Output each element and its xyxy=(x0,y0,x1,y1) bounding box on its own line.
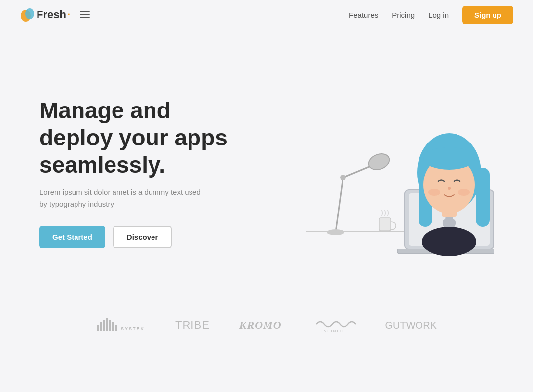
tribe-logo: tribe xyxy=(175,319,210,332)
navbar: Fresh· Features Pricing Log in Sign up xyxy=(0,0,533,30)
logo[interactable]: Fresh· xyxy=(20,7,70,23)
hero-subtitle: Lorem ipsum sit dolor amet is a dummy te… xyxy=(39,186,207,210)
svg-point-1 xyxy=(25,8,34,19)
svg-rect-26 xyxy=(109,320,111,331)
tribe-label: tribe xyxy=(175,319,210,331)
svg-rect-27 xyxy=(112,322,114,331)
svg-rect-22 xyxy=(97,325,99,331)
nav-features[interactable]: Features xyxy=(349,11,378,19)
discover-button[interactable]: Discover xyxy=(113,226,172,248)
get-started-button[interactable]: Get Started xyxy=(39,226,105,248)
svg-point-18 xyxy=(448,187,451,190)
nav-right: Features Pricing Log in Sign up xyxy=(349,6,513,24)
kromo-label: Kromo xyxy=(239,319,282,331)
svg-point-5 xyxy=(366,151,392,172)
gutwork-logo: Gutwork xyxy=(385,320,437,331)
logo-text: Fresh xyxy=(37,8,66,21)
logo-dot: · xyxy=(67,8,70,21)
infinite-logo: INFINITE xyxy=(311,316,356,335)
svg-point-7 xyxy=(340,175,346,180)
nav-left: Fresh· xyxy=(20,7,92,23)
svg-rect-28 xyxy=(115,325,117,331)
svg-rect-8 xyxy=(379,218,391,231)
hero-title: Manage and deploy your apps seamlessly. xyxy=(39,97,247,179)
hero-illustration xyxy=(266,89,494,256)
hero-buttons: Get Started Discover xyxy=(39,226,247,248)
svg-line-4 xyxy=(343,165,373,178)
illustration-svg xyxy=(266,89,494,256)
svg-point-16 xyxy=(422,227,476,256)
svg-line-3 xyxy=(336,178,343,232)
systek-logo: SYSTEK xyxy=(96,316,146,335)
hero-section: Manage and deploy your apps seamlessly. … xyxy=(0,30,533,306)
svg-point-6 xyxy=(327,229,344,235)
svg-text:INFINITE: INFINITE xyxy=(321,329,345,333)
svg-rect-24 xyxy=(103,320,105,331)
svg-point-20 xyxy=(428,189,440,196)
svg-rect-25 xyxy=(106,318,108,331)
nav-pricing[interactable]: Pricing xyxy=(392,11,415,19)
svg-text:SYSTEK: SYSTEK xyxy=(121,326,145,331)
gutwork-label: Gutwork xyxy=(385,320,437,331)
signup-button[interactable]: Sign up xyxy=(462,6,513,24)
svg-point-21 xyxy=(458,189,470,196)
svg-rect-23 xyxy=(100,322,102,331)
kromo-logo: Kromo xyxy=(239,319,282,332)
nav-login[interactable]: Log in xyxy=(428,11,449,19)
hero-text: Manage and deploy your apps seamlessly. … xyxy=(39,97,266,249)
logos-section: SYSTEK tribe Kromo INFINITE Gutwork xyxy=(0,306,533,345)
svg-rect-14 xyxy=(476,168,490,227)
hamburger-menu[interactable] xyxy=(78,9,92,20)
logo-icon xyxy=(20,7,36,23)
